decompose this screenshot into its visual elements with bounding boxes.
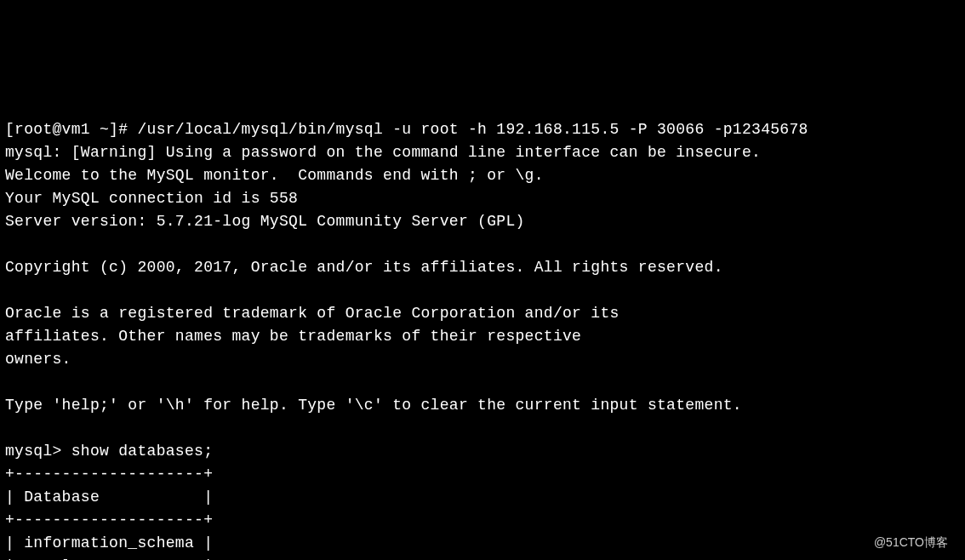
mysql-welcome: Welcome to the MySQL monitor. Commands e…	[5, 167, 544, 184]
table-row: | information_schema |	[5, 534, 213, 551]
watermark-text: @51CTO博客	[874, 534, 948, 551]
shell-prompt-line: [root@vm1 ~]# /usr/local/mysql/bin/mysql…	[5, 121, 808, 138]
terminal-output[interactable]: [root@vm1 ~]# /usr/local/mysql/bin/mysql…	[5, 95, 960, 560]
table-border: +--------------------+	[5, 466, 213, 483]
mysql-server-version: Server version: 5.7.21-log MySQL Communi…	[5, 213, 525, 230]
table-border: +--------------------+	[5, 511, 213, 529]
mysql-copyright: Copyright (c) 2000, 2017, Oracle and/or …	[5, 259, 723, 276]
mysql-query: mysql> show databases;	[5, 443, 213, 460]
table-header: | Database |	[5, 489, 213, 506]
mysql-help-hint: Type 'help;' or '\h' for help. Type '\c'…	[5, 397, 742, 414]
mysql-trademark: owners.	[5, 351, 71, 368]
mysql-warning: mysql: [Warning] Using a password on the…	[5, 144, 761, 161]
mysql-connection-id: Your MySQL connection id is 558	[5, 190, 298, 207]
mysql-trademark: affiliates. Other names may be trademark…	[5, 328, 581, 345]
mysql-trademark: Oracle is a registered trademark of Orac…	[5, 305, 620, 322]
